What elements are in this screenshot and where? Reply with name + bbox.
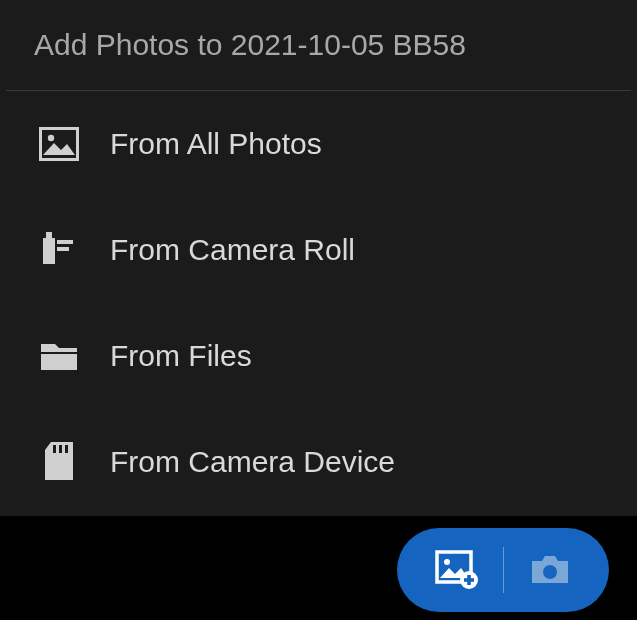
option-label: From Files [110,339,252,373]
svg-rect-12 [464,578,474,582]
sd-card-icon [38,441,80,483]
svg-point-1 [48,135,54,141]
folder-icon [38,335,80,377]
option-from-files[interactable]: From Files [0,303,637,409]
fab-divider [503,547,504,593]
film-roll-icon [38,229,80,271]
svg-rect-4 [41,354,77,370]
option-from-camera-device[interactable]: From Camera Device [0,409,637,515]
svg-rect-3 [46,232,52,238]
svg-rect-2 [43,238,55,264]
svg-point-9 [444,559,450,565]
add-photo-button[interactable] [435,550,479,590]
option-label: From All Photos [110,127,322,161]
add-photos-panel: Add Photos to 2021-10-05 BB58 From All P… [0,0,637,516]
panel-title: Add Photos to 2021-10-05 BB58 [0,28,637,90]
add-photo-icon [435,550,479,590]
option-from-camera-roll[interactable]: From Camera Roll [0,197,637,303]
option-label: From Camera Device [110,445,395,479]
camera-icon [528,553,572,587]
svg-point-13 [543,565,557,579]
option-from-all-photos[interactable]: From All Photos [0,91,637,197]
capture-button[interactable] [528,553,572,587]
svg-rect-5 [53,445,56,453]
option-label: From Camera Roll [110,233,355,267]
svg-rect-7 [65,445,68,453]
fab-pill [397,528,609,612]
svg-rect-6 [59,445,62,453]
photo-icon [38,123,80,165]
